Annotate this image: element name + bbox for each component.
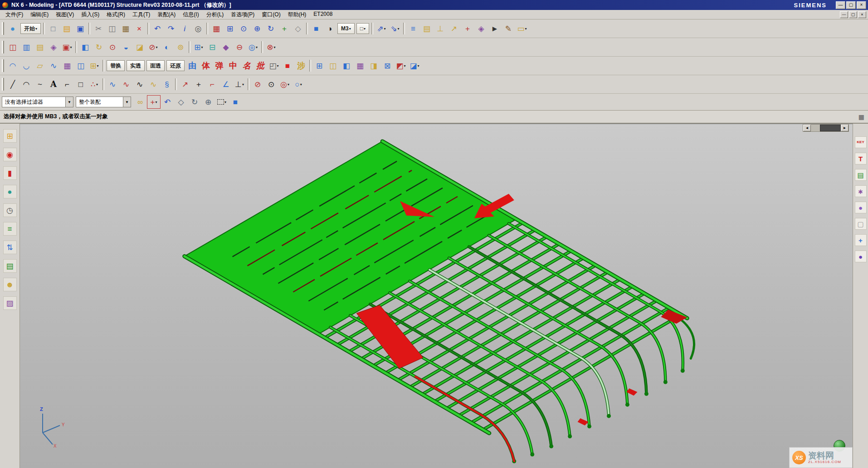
key-palette-button[interactable]: KEY bbox=[855, 136, 867, 148]
hole-button[interactable]: ⊙ bbox=[106, 40, 119, 54]
separator[interactable] bbox=[189, 41, 190, 53]
marquee-select-button[interactable]: ▾ bbox=[215, 95, 229, 109]
cut-button[interactable]: ✂ bbox=[92, 22, 105, 35]
template-palette-button[interactable]: T bbox=[855, 153, 867, 164]
zoom-in-button[interactable]: ⊕ bbox=[250, 22, 264, 35]
undo-selection-button[interactable]: ↶ bbox=[161, 95, 174, 109]
graphics-viewport[interactable]: ◄ ► Z Y X XS 资料网 ZL.X51616.COM bbox=[20, 124, 853, 468]
menu-analysis[interactable]: 分析(L) bbox=[203, 10, 228, 19]
sheet-button[interactable]: ▥ bbox=[20, 40, 33, 54]
separator[interactable] bbox=[306, 23, 308, 34]
part-drawing-button[interactable]: ◫ bbox=[6, 40, 20, 54]
view-preset-combo[interactable]: M3 ▾ bbox=[337, 23, 355, 34]
arc-button[interactable]: ◠ bbox=[20, 77, 33, 91]
assembly-open-button[interactable]: ◫ bbox=[326, 59, 340, 72]
doc-minimize-button[interactable]: — bbox=[840, 11, 848, 18]
helix-button[interactable]: § bbox=[160, 77, 174, 91]
chain-link-button[interactable]: ∞ bbox=[133, 95, 147, 109]
red-block-button[interactable]: ■ bbox=[281, 59, 294, 72]
intersect-curve-button[interactable]: + bbox=[192, 77, 205, 91]
nx-logo-button[interactable]: ● bbox=[6, 22, 20, 35]
sketch-button[interactable]: ▣ ▾ bbox=[60, 40, 74, 54]
maximize-button[interactable]: ▢ bbox=[846, 1, 856, 9]
intersect-button[interactable]: ◆ bbox=[219, 40, 233, 54]
assembly-navigator-button[interactable]: ⊞ bbox=[3, 129, 17, 143]
process-studio-button[interactable]: ▤ bbox=[3, 259, 17, 273]
cup-palette-button[interactable]: ▢ bbox=[855, 218, 867, 230]
wcs-button[interactable]: ⊥ bbox=[434, 22, 447, 35]
model-panel[interactable] bbox=[185, 141, 657, 334]
separator[interactable] bbox=[102, 60, 104, 72]
history-button[interactable]: ◷ bbox=[3, 203, 17, 217]
menu-format[interactable]: 格式(R) bbox=[103, 10, 129, 19]
web-browser-button[interactable]: ● bbox=[3, 185, 17, 198]
model-3d-view[interactable] bbox=[20, 124, 853, 468]
point-set-button[interactable]: ∴ ▾ bbox=[88, 77, 101, 91]
doc-restore-button[interactable]: ▢ bbox=[849, 11, 857, 18]
circle-button[interactable]: ⊙ bbox=[264, 77, 278, 91]
batch-display-button[interactable]: 批 bbox=[254, 59, 267, 72]
offset-surface-button[interactable]: ◫ bbox=[74, 59, 88, 72]
quadrant-display-button[interactable]: ◰ ▾ bbox=[267, 59, 281, 72]
shell-button[interactable]: ◐ bbox=[160, 40, 174, 54]
refresh-button[interactable]: ↻ bbox=[264, 22, 278, 35]
separator[interactable] bbox=[309, 60, 311, 72]
iso-view-button[interactable]: ◇ bbox=[174, 95, 188, 109]
corner-button[interactable]: ⌐ bbox=[60, 77, 74, 91]
separator[interactable] bbox=[147, 23, 149, 34]
select-cursor-button[interactable]: ► bbox=[488, 22, 502, 35]
sew-button[interactable]: ⊞ ▾ bbox=[88, 59, 101, 72]
spline-button[interactable]: ∿ bbox=[106, 77, 119, 91]
edge-blend-button[interactable]: ◎ ▾ bbox=[246, 40, 260, 54]
undo-button[interactable]: ↶ bbox=[151, 22, 164, 35]
fit-view-button[interactable]: ⊞ bbox=[223, 22, 237, 35]
replace-button[interactable]: 替换 bbox=[107, 60, 125, 71]
material-palette-button[interactable]: ∗ bbox=[855, 185, 867, 197]
toolbar-grip[interactable] bbox=[2, 22, 4, 35]
mesh-surface-button[interactable]: ▦ bbox=[60, 59, 74, 72]
fit-spline-button[interactable]: ∿ bbox=[133, 77, 146, 91]
assembly-mirror-button[interactable]: ◧ bbox=[340, 59, 353, 72]
delete-button[interactable]: × bbox=[132, 22, 146, 35]
full-circle-button[interactable]: ○ ▾ bbox=[292, 77, 305, 91]
menu-file[interactable]: 文件(F) bbox=[2, 10, 27, 19]
shaded-view-button[interactable]: ■ bbox=[309, 22, 323, 35]
text-curve-button[interactable]: A bbox=[47, 77, 60, 91]
find-button[interactable]: ◎ bbox=[191, 22, 205, 35]
orient-view-button[interactable]: ⇗ ▾ bbox=[375, 22, 388, 35]
wave-curve-button[interactable]: ~ bbox=[33, 77, 47, 91]
snap-point-button[interactable]: + ▾ bbox=[147, 95, 161, 109]
swept-surface-button[interactable]: ∿ bbox=[47, 59, 60, 72]
extrude-button[interactable]: ◧ bbox=[78, 40, 92, 54]
restore-button[interactable]: 还原 bbox=[166, 60, 185, 71]
separator[interactable] bbox=[102, 78, 104, 90]
menu-view[interactable]: 视图(V) bbox=[52, 10, 78, 19]
scroll-right-button[interactable]: ► bbox=[841, 125, 848, 131]
body-display-button[interactable]: 体 bbox=[199, 59, 213, 72]
menu-window[interactable]: 窗口(O) bbox=[258, 10, 284, 19]
translucent-button[interactable]: 实透 bbox=[127, 60, 145, 71]
surface-bowl-button[interactable]: ◡ bbox=[20, 59, 33, 72]
chevron-down-icon[interactable]: ▼ bbox=[65, 97, 73, 107]
doc-close-button[interactable]: × bbox=[858, 11, 866, 18]
render-style-button[interactable]: ◑ bbox=[323, 22, 336, 35]
face-translucent-button[interactable]: 面透 bbox=[146, 60, 165, 71]
assembly-constraints-button[interactable]: ◨ bbox=[367, 59, 380, 72]
trim-body-button[interactable]: ⊖ bbox=[233, 40, 246, 54]
menu-information[interactable]: 信息(I) bbox=[179, 10, 202, 19]
selection-filter-combo[interactable]: 没有选择过滤器 ▼ bbox=[2, 96, 73, 107]
view-box-button[interactable]: □ ▾ bbox=[356, 23, 369, 34]
sphere-palette-button[interactable]: ● bbox=[855, 251, 867, 262]
menu-help[interactable]: 帮助(H) bbox=[284, 10, 310, 19]
point-button[interactable]: + bbox=[461, 22, 474, 35]
separator[interactable] bbox=[206, 23, 208, 34]
orbit-button[interactable]: ↻ bbox=[188, 95, 201, 109]
menu-assemblies[interactable]: 装配(A) bbox=[154, 10, 179, 19]
thread-button[interactable]: ⊚ bbox=[174, 40, 187, 54]
part-navigator-button[interactable]: ≡ bbox=[3, 222, 17, 236]
zoom-button[interactable]: ⊙ bbox=[237, 22, 250, 35]
scrollbar-thumb[interactable] bbox=[820, 125, 841, 131]
paste-button[interactable]: ▦ bbox=[119, 22, 132, 35]
menu-tools[interactable]: 工具(T) bbox=[129, 10, 154, 19]
visualization-palette-button[interactable]: ▤ bbox=[855, 169, 867, 181]
